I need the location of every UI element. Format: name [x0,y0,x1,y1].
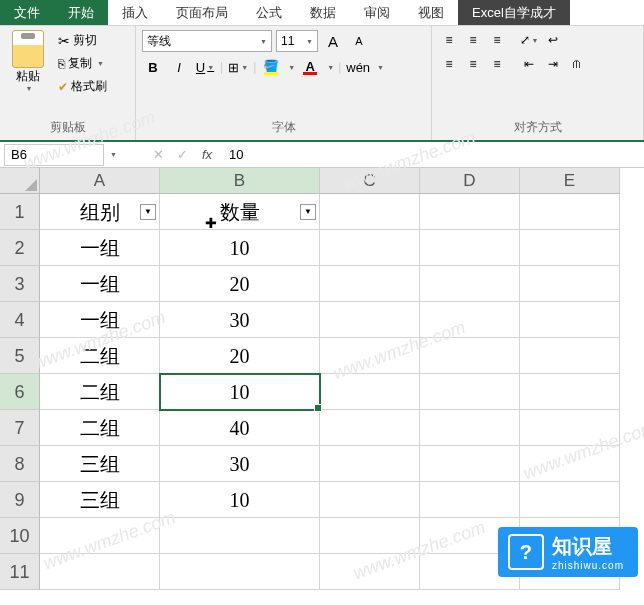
italic-button[interactable]: I [168,56,190,78]
cell-D3[interactable] [420,266,520,302]
chevron-down-icon[interactable]: ▼ [288,64,295,71]
cell-E1[interactable] [520,194,620,230]
col-header-D[interactable]: D [420,168,520,194]
cell-A6[interactable]: 二组 [40,374,160,410]
tab-data[interactable]: 数据 [296,0,350,25]
cell-D6[interactable] [420,374,520,410]
cell-D8[interactable] [420,446,520,482]
cell-D1[interactable] [420,194,520,230]
border-button[interactable]: ⊞▼ [227,56,249,78]
cell-A5[interactable]: 二组 [40,338,160,374]
grow-font-button[interactable]: A [322,30,344,52]
cell-A11[interactable] [40,554,160,590]
col-header-B[interactable]: B [160,168,320,194]
col-header-A[interactable]: A [40,168,160,194]
cell-C10[interactable] [320,518,420,554]
filter-icon[interactable]: ▼ [300,204,316,220]
cell-B7[interactable]: 40 [160,410,320,446]
indent-inc-button[interactable]: ⇥ [542,54,564,74]
cell-D9[interactable] [420,482,520,518]
row-header-7[interactable]: 7 [0,410,40,446]
cell-A4[interactable]: 一组 [40,302,160,338]
cell-C1[interactable] [320,194,420,230]
align-middle-button[interactable]: ≡ [462,30,484,50]
cell-A1[interactable]: 组别▼ [40,194,160,230]
tab-file[interactable]: 文件 [0,0,54,25]
cell-C2[interactable] [320,230,420,266]
cell-D5[interactable] [420,338,520,374]
cell-B11[interactable] [160,554,320,590]
cell-C8[interactable] [320,446,420,482]
chevron-down-icon[interactable]: ▼ [377,64,384,71]
cell-E9[interactable] [520,482,620,518]
cell-C9[interactable] [320,482,420,518]
row-header-2[interactable]: 2 [0,230,40,266]
painter-button[interactable]: ✔格式刷 [54,76,111,97]
underline-button[interactable]: U▼ [194,56,216,78]
tab-home[interactable]: 开始 [54,0,108,25]
cancel-icon[interactable]: ✕ [147,144,171,166]
cell-B5[interactable]: 20 [160,338,320,374]
merge-button[interactable]: ⫙ [566,54,588,74]
formula-input[interactable]: 10 [219,147,253,162]
cell-D7[interactable] [420,410,520,446]
tab-review[interactable]: 审阅 [350,0,404,25]
cell-B10[interactable] [160,518,320,554]
indent-dec-button[interactable]: ⇤ [518,54,540,74]
phonetic-button[interactable]: wén [345,56,371,78]
row-header-3[interactable]: 3 [0,266,40,302]
font-name-select[interactable]: 等线▼ [142,30,272,52]
tab-layout[interactable]: 页面布局 [162,0,242,25]
cell-C3[interactable] [320,266,420,302]
cell-B6[interactable]: 10 [160,374,320,410]
row-header-10[interactable]: 10 [0,518,40,554]
cell-E5[interactable] [520,338,620,374]
tab-view[interactable]: 视图 [404,0,458,25]
cell-A2[interactable]: 一组 [40,230,160,266]
filter-icon[interactable]: ▼ [140,204,156,220]
chevron-down-icon[interactable]: ▼ [327,64,334,71]
cell-C11[interactable] [320,554,420,590]
tab-addin[interactable]: Excel自学成才 [458,0,570,25]
shrink-font-button[interactable]: A [348,30,370,52]
fx-button[interactable]: fx [195,144,219,166]
row-header-1[interactable]: 1 [0,194,40,230]
cell-B9[interactable]: 10 [160,482,320,518]
cell-C5[interactable] [320,338,420,374]
wrap-text-button[interactable]: ↩ [542,30,564,50]
row-header-4[interactable]: 4 [0,302,40,338]
row-header-8[interactable]: 8 [0,446,40,482]
paste-button[interactable]: 粘贴 ▼ [6,30,50,97]
row-header-11[interactable]: 11 [0,554,40,590]
cell-E2[interactable] [520,230,620,266]
cell-A3[interactable]: 一组 [40,266,160,302]
row-header-9[interactable]: 9 [0,482,40,518]
cell-E4[interactable] [520,302,620,338]
align-center-button[interactable]: ≡ [462,54,484,74]
copy-button[interactable]: ⎘复制▼ [54,53,111,74]
row-header-6[interactable]: 6 [0,374,40,410]
fill-color-button[interactable]: 🪣 [260,56,282,78]
name-box[interactable]: B6 [4,144,104,166]
cell-B4[interactable]: 30 [160,302,320,338]
cell-A7[interactable]: 二组 [40,410,160,446]
cell-D2[interactable] [420,230,520,266]
orientation-button[interactable]: ⤢▼ [518,30,540,50]
align-bottom-button[interactable]: ≡ [486,30,508,50]
cell-B8[interactable]: 30 [160,446,320,482]
cell-C7[interactable] [320,410,420,446]
cell-E8[interactable] [520,446,620,482]
align-top-button[interactable]: ≡ [438,30,460,50]
bold-button[interactable]: B [142,56,164,78]
cell-E3[interactable] [520,266,620,302]
cell-B2[interactable]: 10 [160,230,320,266]
confirm-icon[interactable]: ✓ [171,144,195,166]
cell-A10[interactable] [40,518,160,554]
align-right-button[interactable]: ≡ [486,54,508,74]
row-header-5[interactable]: 5 [0,338,40,374]
select-all-corner[interactable] [0,168,40,194]
font-size-select[interactable]: 11▼ [276,30,318,52]
col-header-E[interactable]: E [520,168,620,194]
cell-B1[interactable]: ✚数量▼ [160,194,320,230]
cell-B3[interactable]: 20 [160,266,320,302]
